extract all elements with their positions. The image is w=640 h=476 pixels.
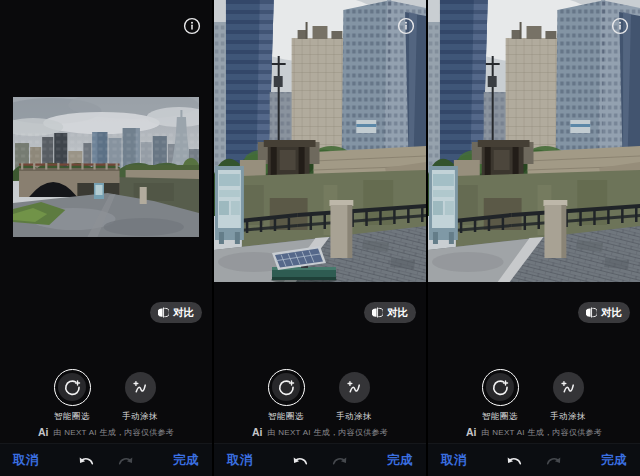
smart-select-icon: [491, 378, 510, 397]
cancel-button[interactable]: 取消: [13, 452, 39, 469]
bottom-bar: 取消 完成: [428, 443, 640, 476]
undo-button[interactable]: [505, 454, 523, 466]
ai-disclaimer: Ai 由 NEXT AI 生成，内容仅供参考: [428, 426, 640, 438]
tool-manual-paint: 手动涂抹: [111, 367, 169, 423]
manual-paint-button[interactable]: [339, 372, 370, 403]
manual-paint-label: 手动涂抹: [550, 411, 586, 423]
undo-icon: [505, 454, 523, 466]
cancel-button[interactable]: 取消: [227, 452, 253, 469]
info-icon: [183, 17, 201, 35]
panel-zoomed-before: 对比 智能圈选 手动涂抹 Ai 由 NEXT AI 生成，内容仅供参考 取消 完…: [214, 0, 426, 476]
compare-icon: [372, 307, 383, 318]
tool-smart-select: 智能圈选: [257, 367, 315, 423]
smart-select-label: 智能圈选: [268, 411, 304, 423]
compare-button[interactable]: 对比: [150, 302, 202, 323]
manual-paint-icon: [559, 378, 578, 397]
info-icon: [611, 17, 629, 35]
tool-row: 智能圈选 手动涂抹: [0, 367, 212, 423]
tool-manual-paint: 手动涂抹: [325, 367, 383, 423]
undo-button[interactable]: [291, 454, 309, 466]
smart-select-button[interactable]: [482, 369, 519, 406]
smart-select-disc: [58, 373, 86, 401]
manual-paint-label: 手动涂抹: [336, 411, 372, 423]
done-button[interactable]: 完成: [173, 452, 199, 469]
compare-icon: [586, 307, 597, 318]
smart-select-icon: [277, 378, 296, 397]
panel-zoomed-after: 对比 智能圈选 手动涂抹 Ai 由 NEXT AI 生成，内容仅供参考 取消 完…: [428, 0, 640, 476]
manual-paint-button[interactable]: [125, 372, 156, 403]
info-button[interactable]: [611, 17, 629, 35]
tool-row: 智能圈选 手动涂抹: [214, 367, 426, 423]
smart-select-label: 智能圈选: [54, 411, 90, 423]
redo-button[interactable]: [117, 454, 135, 466]
tool-manual-paint: 手动涂抹: [539, 367, 597, 423]
ai-disclaimer-text: 由 NEXT AI 生成，内容仅供参考: [267, 427, 388, 438]
info-button[interactable]: [183, 17, 201, 35]
manual-paint-label: 手动涂抹: [122, 411, 158, 423]
photo-scene-after: [428, 0, 640, 282]
redo-icon: [545, 454, 563, 466]
ai-logo: Ai: [466, 426, 477, 438]
panel-overview: 对比 智能圈选 手动涂抹 Ai 由 NEXT AI 生成，内容仅供参考 取消 完…: [0, 0, 212, 476]
tool-smart-select: 智能圈选: [43, 367, 101, 423]
redo-button[interactable]: [331, 454, 349, 466]
info-button[interactable]: [397, 17, 415, 35]
compare-button[interactable]: 对比: [364, 302, 416, 323]
redo-button[interactable]: [545, 454, 563, 466]
ai-disclaimer-text: 由 NEXT AI 生成，内容仅供参考: [481, 427, 602, 438]
photo-canvas[interactable]: [13, 97, 199, 237]
photo-canvas[interactable]: [214, 0, 426, 282]
smart-select-icon: [63, 378, 82, 397]
smart-select-disc: [272, 373, 300, 401]
solar-panel-object: [268, 233, 340, 282]
history-controls: [77, 454, 135, 466]
tool-smart-select: 智能圈选: [471, 367, 529, 423]
done-button[interactable]: 完成: [387, 452, 413, 469]
manual-paint-button[interactable]: [553, 372, 584, 403]
cancel-button[interactable]: 取消: [441, 452, 467, 469]
bottom-bar: 取消 完成: [214, 443, 426, 476]
manual-paint-icon: [131, 378, 150, 397]
redo-icon: [331, 454, 349, 466]
ai-disclaimer: Ai 由 NEXT AI 生成，内容仅供参考: [214, 426, 426, 438]
compare-label: 对比: [173, 306, 194, 320]
redo-icon: [117, 454, 135, 466]
compare-label: 对比: [601, 306, 622, 320]
photo-canvas[interactable]: [428, 0, 640, 282]
compare-button[interactable]: 对比: [578, 302, 630, 323]
undo-button[interactable]: [77, 454, 95, 466]
smart-select-disc: [486, 373, 514, 401]
undo-icon: [77, 454, 95, 466]
history-controls: [291, 454, 349, 466]
compare-icon: [158, 307, 169, 318]
history-controls: [505, 454, 563, 466]
ai-logo: Ai: [252, 426, 263, 438]
ai-logo: Ai: [38, 426, 49, 438]
photo-scene-overview: [13, 97, 199, 237]
ai-disclaimer-text: 由 NEXT AI 生成，内容仅供参考: [53, 427, 174, 438]
ai-disclaimer: Ai 由 NEXT AI 生成，内容仅供参考: [0, 426, 212, 438]
app-root: 对比 智能圈选 手动涂抹 Ai 由 NEXT AI 生成，内容仅供参考 取消 完…: [0, 0, 640, 476]
done-button[interactable]: 完成: [601, 452, 627, 469]
undo-icon: [291, 454, 309, 466]
tool-row: 智能圈选 手动涂抹: [428, 367, 640, 423]
smart-select-label: 智能圈选: [482, 411, 518, 423]
manual-paint-icon: [345, 378, 364, 397]
smart-select-button[interactable]: [54, 369, 91, 406]
smart-select-button[interactable]: [268, 369, 305, 406]
compare-label: 对比: [387, 306, 408, 320]
info-icon: [397, 17, 415, 35]
bottom-bar: 取消 完成: [0, 443, 212, 476]
